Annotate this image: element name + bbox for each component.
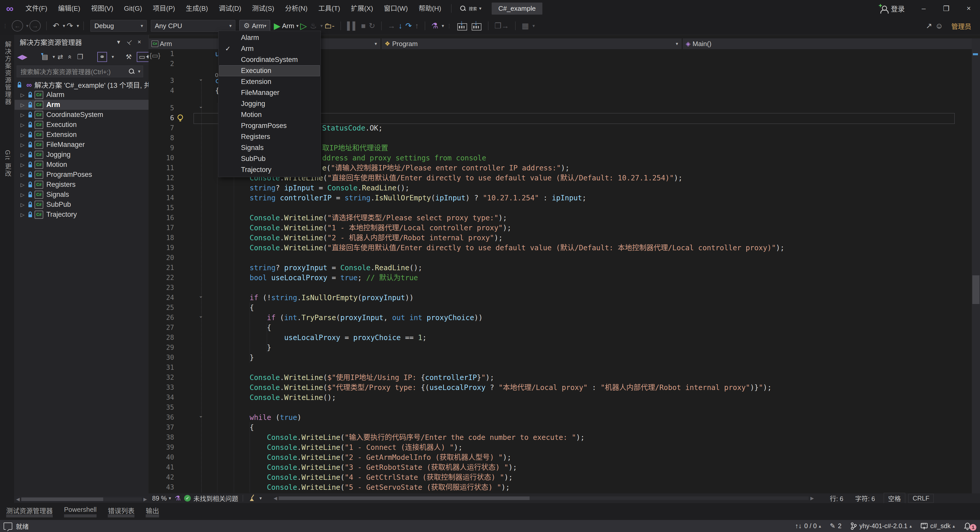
- expand-chevron-icon[interactable]: ▷: [19, 162, 26, 168]
- fold-chevron-icon[interactable]: ⌄: [199, 103, 203, 109]
- login-button[interactable]: 登录: [891, 3, 905, 14]
- administrator-button[interactable]: 管理员: [948, 20, 975, 32]
- expand-chevron-icon[interactable]: ▷: [19, 212, 26, 218]
- toolbar-drag-handle[interactable]: ⋮: [3, 23, 8, 29]
- minimize-button[interactable]: –: [912, 0, 935, 17]
- menu-item-Extension[interactable]: Extension: [218, 76, 321, 87]
- chevron-down-icon[interactable]: ▾: [53, 54, 55, 60]
- expand-chevron-icon[interactable]: ▷: [19, 122, 26, 128]
- menu-item-Alarm[interactable]: Alarm: [218, 32, 321, 43]
- bottom-tab-测试资源管理器[interactable]: 测试资源管理器: [6, 503, 53, 515]
- git-branch-button[interactable]: yhy-401-c#-2.0.1 ▴: [850, 522, 912, 530]
- menu-item-FileManager[interactable]: FileManager: [218, 87, 321, 98]
- test-explorer-icon[interactable]: ⚗: [431, 17, 438, 35]
- find-in-files-icon[interactable]: 🗀‑: [324, 17, 334, 35]
- menu-文件(F)[interactable]: 文件(F): [20, 0, 53, 17]
- solution-horizontal-scrollbar[interactable]: ◀ ▶: [14, 496, 148, 503]
- chevron-down-icon[interactable]: ▾: [111, 54, 114, 60]
- search-button[interactable]: 搜索 ▾: [460, 5, 481, 11]
- menu-视图(V)[interactable]: 视图(V): [86, 0, 119, 17]
- menu-项目(P)[interactable]: 项目(P): [148, 0, 181, 17]
- menu-工具(T)[interactable]: 工具(T): [313, 0, 345, 17]
- menu-item-Trajectory[interactable]: Trajectory: [218, 164, 321, 175]
- step-into-icon[interactable]: ↓: [398, 17, 402, 35]
- fold-chevron-icon[interactable]: ⌄: [199, 313, 203, 319]
- expand-chevron-icon[interactable]: ▷: [19, 182, 26, 188]
- menu-分析(N)[interactable]: 分析(N): [280, 0, 313, 17]
- menu-窗口(W)[interactable]: 窗口(W): [379, 0, 413, 17]
- side-tab-solution-explorer[interactable]: 解决方案资源管理器: [3, 41, 12, 105]
- build-project-icon[interactable]: ↓: [457, 20, 467, 32]
- project-Trajectory[interactable]: ▷C#Trajectory: [14, 210, 148, 219]
- chevron-down-icon[interactable]: ▾: [76, 23, 79, 29]
- menu-item-Jogging[interactable]: Jogging: [218, 98, 321, 109]
- run-target-label[interactable]: Arm: [282, 22, 294, 30]
- document-tab-csharp-example[interactable]: C#_example: [492, 3, 542, 14]
- bottom-tab-Powershell[interactable]: Powershell: [64, 503, 97, 514]
- project-Signals[interactable]: ▷C#Signals: [14, 190, 148, 200]
- chevron-down-icon[interactable]: ▾: [442, 23, 444, 29]
- project-FileManager[interactable]: ▷C#FileManager: [14, 140, 148, 150]
- menu-Git(G)[interactable]: Git(G): [119, 0, 148, 17]
- expand-chevron-icon[interactable]: ▷: [19, 142, 26, 148]
- expand-chevron-icon[interactable]: ▷: [19, 192, 26, 198]
- fold-chevron-icon[interactable]: ⌄: [199, 76, 203, 82]
- scroll-thumb[interactable]: [21, 497, 103, 501]
- feedback-icon[interactable]: ☺: [935, 17, 943, 35]
- bottom-tab-输出[interactable]: 输出: [146, 503, 159, 515]
- project-Registers[interactable]: ▷C#Registers: [14, 179, 148, 190]
- undo-button[interactable]: ↶: [53, 17, 59, 35]
- startup-project-dropdown[interactable]: ⚙ Arm ▾: [239, 20, 270, 32]
- scroll-right-icon[interactable]: ▶: [142, 496, 148, 502]
- expand-chevron-icon[interactable]: ▷: [19, 112, 26, 118]
- menu-item-Execution[interactable]: Execution: [219, 65, 320, 76]
- editor-horizontal-scrollbar[interactable]: [278, 496, 809, 500]
- menu-item-Signals[interactable]: Signals: [218, 142, 321, 153]
- menu-item-CoordinateSystem[interactable]: CoordinateSystem: [218, 54, 321, 65]
- zoom-level-dropdown[interactable]: 89 %: [152, 495, 167, 502]
- code-cleanup-broom-icon[interactable]: [249, 494, 256, 502]
- fold-chevron-icon[interactable]: ⌄: [199, 413, 203, 419]
- project-Extension[interactable]: ▷C#Extension: [14, 130, 148, 140]
- project-Arm[interactable]: ▷C#Arm: [14, 100, 148, 110]
- menu-生成(B)[interactable]: 生成(B): [181, 0, 213, 17]
- solution-search-input[interactable]: 搜索解决方案资源管理器(Ctrl+;) ▾: [17, 65, 143, 77]
- expand-chevron-icon[interactable]: ▷: [19, 172, 26, 178]
- scroll-left-icon[interactable]: ◀: [14, 496, 21, 502]
- switch-views-icon[interactable]: ◀▶: [17, 53, 27, 61]
- navigate-back-button[interactable]: ←: [12, 20, 23, 32]
- breadcrumb-type-dropdown[interactable]: ❖ Program ▾: [382, 38, 682, 49]
- pin-icon[interactable]: ⊥: [126, 38, 134, 46]
- menu-item-Registers[interactable]: Registers: [218, 131, 321, 142]
- scroll-track[interactable]: [21, 497, 142, 501]
- menu-item-ProgramPoses[interactable]: ProgramPoses: [218, 120, 321, 131]
- solution-node[interactable]: ∞解决方案 'C#_example' (13 个项目, 共 1: [14, 80, 148, 90]
- expand-chevron-icon[interactable]: ▷: [19, 152, 26, 158]
- project-SubPub[interactable]: ▷C#SubPub: [14, 200, 148, 210]
- menu-item-Motion[interactable]: Motion: [218, 109, 321, 120]
- pending-changes-button[interactable]: ✎ 2: [830, 522, 842, 530]
- toolbar-drag-handle[interactable]: ⋮: [447, 23, 452, 29]
- repository-button[interactable]: c#_sdk ▴: [921, 522, 955, 530]
- project-ProgramPoses[interactable]: ▷C#ProgramPoses: [14, 170, 148, 179]
- scroll-right-icon[interactable]: ▶: [809, 495, 815, 501]
- close-button[interactable]: ×: [958, 0, 980, 17]
- chevron-down-icon[interactable]: ▾: [169, 495, 171, 501]
- code-analysis-icon[interactable]: ⚗: [175, 494, 181, 502]
- solution-configuration-dropdown[interactable]: Debug ▾: [91, 20, 147, 32]
- properties-wrench-icon[interactable]: ⚒: [126, 53, 132, 61]
- project-Execution[interactable]: ▷C#Execution: [14, 120, 148, 130]
- collapse-all-icon[interactable]: «: [66, 55, 74, 59]
- maximize-button[interactable]: ❐: [935, 0, 958, 17]
- menu-编辑(E)[interactable]: 编辑(E): [53, 0, 86, 17]
- menu-调试(D)[interactable]: 调试(D): [213, 0, 247, 17]
- bottom-tab-错误列表[interactable]: 错误列表: [108, 503, 134, 515]
- project-Jogging[interactable]: ▷C#Jogging: [14, 150, 148, 160]
- step-over-icon[interactable]: ↷: [406, 17, 412, 35]
- scroll-thumb[interactable]: [972, 275, 980, 304]
- git-sync-button[interactable]: ↑↓ 0 / 0 ▴: [795, 522, 821, 530]
- expand-chevron-icon[interactable]: ▷: [19, 202, 26, 208]
- build-solution-icon[interactable]: ↓: [471, 20, 481, 32]
- project-CoordinateSystem[interactable]: ▷C#CoordinateSystem: [14, 110, 148, 120]
- track-active-item-icon[interactable]: ⚭: [97, 52, 107, 62]
